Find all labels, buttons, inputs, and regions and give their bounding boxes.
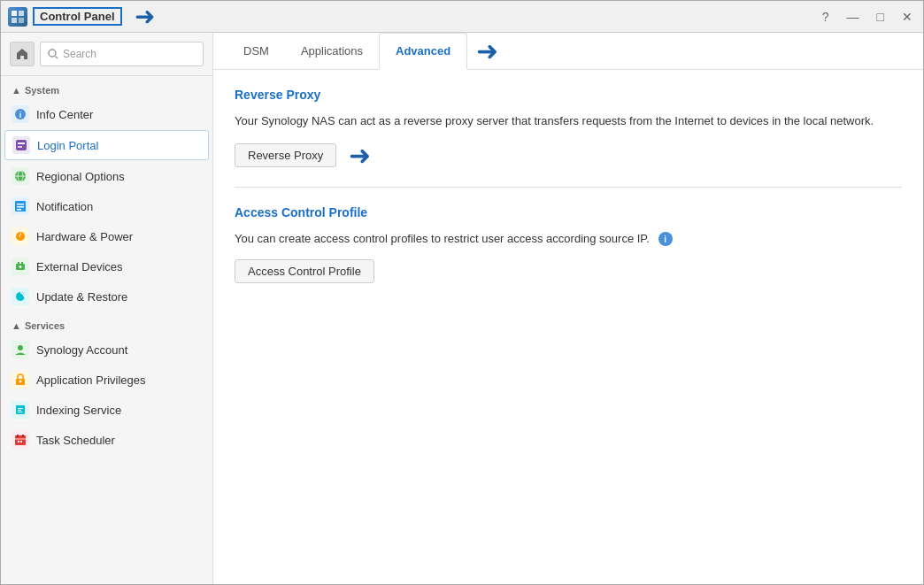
svg-rect-34 [15,435,26,445]
content-body: Reverse Proxy Your Synology NAS can act … [213,70,923,584]
svg-rect-17 [17,209,21,211]
hardware-power-icon [12,227,29,245]
access-control-profile-section: Access Control Profile You can create ac… [235,205,902,284]
search-placeholder: Search [63,48,96,60]
svg-rect-10 [18,146,22,148]
section-services: ▲ Services [1,312,212,335]
svg-point-27 [18,345,23,350]
help-button[interactable]: ? [819,8,833,26]
titlebar-left: Control Panel ➜ [8,4,155,29]
task-scheduler-label: Task Scheduler [36,434,115,447]
synology-account-icon [12,341,29,358]
task-scheduler-icon [12,431,29,449]
info-center-label: Info Center [36,108,93,121]
minimize-button[interactable]: — [843,8,863,26]
sidebar-item-task-scheduler[interactable]: Task Scheduler [1,425,212,455]
titlebar: Control Panel ➜ ? — □ ✕ [1,1,923,33]
hardware-power-label: Hardware & Power [36,230,133,243]
sidebar-item-synology-account[interactable]: Synology Account [1,335,212,365]
section-divider-1 [235,187,902,188]
tab-bar: DSM Applications Advanced ➜ [213,33,923,70]
sidebar-item-hardware-power[interactable]: Hardware & Power [1,221,212,251]
synology-account-label: Synology Account [36,343,127,357]
tab-advanced[interactable]: Advanced [379,33,467,70]
notification-icon [12,197,29,215]
access-control-profile-title: Access Control Profile [235,205,902,219]
main-window: Control Panel ➜ ? — □ ✕ [0,0,924,585]
svg-rect-16 [17,206,24,208]
app-icon [8,7,27,27]
info-center-icon: i [12,105,29,123]
application-privileges-icon [12,371,29,389]
reverse-proxy-section: Reverse Proxy Your Synology NAS can act … [235,88,902,169]
section-system: ▲ System [1,76,212,99]
external-devices-icon [12,258,29,275]
application-privileges-label: Application Privileges [36,373,146,387]
svg-rect-35 [17,435,19,437]
main-area: Search ▲ System i Info Center Login [1,33,923,584]
sidebar-item-regional-options[interactable]: Regional Options [1,161,212,191]
sidebar-item-external-devices[interactable]: External Devices [1,251,212,281]
svg-line-5 [56,57,58,59]
svg-rect-39 [20,441,22,443]
regional-options-label: Regional Options [36,170,125,183]
svg-rect-0 [12,11,17,16]
reverse-proxy-button[interactable]: Reverse Proxy [235,143,336,167]
update-restore-icon [12,288,29,305]
svg-marker-26 [24,295,26,298]
regional-options-icon [12,167,29,185]
access-control-profile-button[interactable]: Access Control Profile [235,259,374,283]
notification-label: Notification [36,200,93,213]
tab-applications[interactable]: Applications [285,34,379,70]
login-portal-icon [12,136,30,154]
close-button[interactable]: ✕ [898,8,916,26]
svg-rect-15 [17,204,24,205]
login-portal-label: Login Portal [37,139,98,152]
external-devices-label: External Devices [36,260,123,273]
home-button[interactable] [10,42,35,66]
sidebar-top: Search [1,33,212,76]
svg-point-4 [49,50,56,57]
content-area: DSM Applications Advanced ➜ Reverse Prox… [213,33,923,584]
update-restore-label: Update & Restore [36,290,127,304]
svg-rect-31 [18,408,23,409]
window-title: Control Panel [33,7,122,26]
reverse-proxy-desc: Your Synology NAS can act as a reverse p… [235,112,902,130]
sidebar-item-update-restore[interactable]: Update & Restore [1,281,212,312]
sidebar-item-notification[interactable]: Notification [1,191,212,221]
svg-rect-21 [18,262,19,265]
svg-point-29 [19,381,22,383]
svg-rect-36 [22,435,24,437]
svg-rect-32 [18,410,21,411]
sidebar-item-indexing-service[interactable]: Indexing Service [1,395,212,425]
indexing-service-label: Indexing Service [36,404,121,417]
svg-rect-8 [16,140,27,150]
access-control-profile-desc: You can create access control profiles t… [235,230,902,248]
svg-rect-2 [12,18,17,23]
svg-rect-1 [19,11,24,16]
reverse-proxy-title: Reverse Proxy [235,88,902,102]
titlebar-controls: ? — □ ✕ [819,8,916,26]
svg-text:i: i [19,111,22,119]
tab-dsm[interactable]: DSM [227,34,285,70]
section-system-label: System [25,85,59,96]
sidebar: Search ▲ System i Info Center Login [1,33,213,584]
sidebar-item-application-privileges[interactable]: Application Privileges [1,365,212,395]
maximize-button[interactable]: □ [874,8,888,26]
info-tooltip-icon[interactable]: i [658,232,673,246]
svg-rect-9 [18,142,25,144]
indexing-service-icon [12,401,29,419]
svg-rect-38 [18,441,19,443]
sidebar-item-login-portal[interactable]: Login Portal [4,130,209,160]
sidebar-item-info-center[interactable]: i Info Center [1,99,212,129]
svg-rect-3 [19,18,24,23]
arrow-advanced-tab: ➜ [476,38,498,65]
section-services-label: Services [25,320,65,331]
svg-rect-33 [18,412,22,412]
arrow-reverse-proxy-btn: ➜ [349,142,371,169]
search-box[interactable]: Search [40,42,204,66]
arrow-title: ➜ [135,4,155,29]
svg-rect-22 [21,262,23,265]
